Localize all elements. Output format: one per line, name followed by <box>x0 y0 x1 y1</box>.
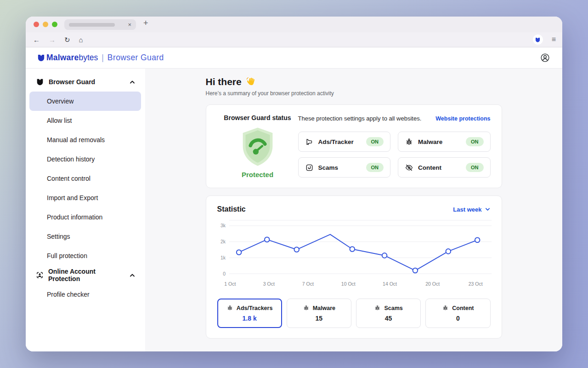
brand-name-regular: bytes <box>79 53 98 63</box>
logo-separator: | <box>102 53 104 63</box>
megaphone-icon <box>305 138 314 146</box>
bug-icon <box>303 305 310 311</box>
malwarebytes-m-icon <box>36 78 44 86</box>
chevron-up-icon <box>129 272 136 278</box>
chart-data-point <box>294 247 299 252</box>
tile-ads-tracker[interactable]: Ads/Tracker ON <box>298 132 391 152</box>
product-name: Browser Guard <box>107 53 164 63</box>
tile-label: Ads/Tracker <box>318 138 354 145</box>
sidebar-item-overview[interactable]: Overview <box>29 92 141 111</box>
home-icon[interactable]: ⌂ <box>79 36 83 43</box>
close-window-button[interactable] <box>34 22 39 27</box>
malwarebytes-m-icon <box>37 53 45 62</box>
browser-menu-icon[interactable]: ≡ <box>552 35 556 44</box>
chart-data-point <box>236 250 241 255</box>
sidebar-item-profile-checker[interactable]: Profile checker <box>29 285 141 304</box>
chart-data-point <box>382 253 387 258</box>
browser-toolbar: ← → ↻ ⌂ ≡ <box>26 32 562 47</box>
statbox-label: Malware <box>313 305 335 311</box>
sidebar-section-browser-guard[interactable]: Browser Guard <box>26 72 145 92</box>
traffic-lights <box>34 22 57 27</box>
new-tab-button[interactable]: + <box>143 18 148 28</box>
sidebar-item-allow-list[interactable]: Allow list <box>29 111 141 130</box>
chart-data-point <box>264 237 269 242</box>
on-badge: ON <box>366 163 384 172</box>
chart-data-point <box>413 268 418 273</box>
sidebar-item-content-control[interactable]: Content control <box>29 169 141 188</box>
website-protections-link[interactable]: Website protections <box>435 115 490 122</box>
chart-x-tick: 7 Oct <box>302 281 314 287</box>
forward-icon[interactable]: → <box>49 36 56 43</box>
tab-close-icon[interactable]: × <box>128 22 131 28</box>
tile-label: Malware <box>418 138 442 145</box>
chevron-up-icon <box>129 79 136 85</box>
detections-chart: 3k2k1k0 1 Oct3 Oct7 Oct10 Oct14 Oct20 Oc… <box>217 220 491 288</box>
chart-y-tick: 3k <box>220 223 226 228</box>
tab-strip: × + <box>26 17 562 32</box>
sidebar-item-detection-history[interactable]: Detection history <box>29 150 141 169</box>
statbox-value: 0 <box>428 315 488 322</box>
chart-line <box>239 235 477 270</box>
statbox-content[interactable]: Content 0 <box>425 299 490 328</box>
on-badge: ON <box>466 163 484 172</box>
bug-icon <box>442 305 449 311</box>
back-icon[interactable]: ← <box>33 36 40 43</box>
sidebar-section-label: Browser Guard <box>49 78 95 86</box>
sidebar-item-settings[interactable]: Settings <box>29 227 141 246</box>
chart-x-tick: 3 Oct <box>263 281 275 287</box>
malwarebytes-extension-icon[interactable] <box>533 34 543 45</box>
chart-x-tick: 10 Oct <box>341 281 356 287</box>
chart-x-tick: 14 Oct <box>383 281 397 287</box>
sidebar-item-import-and-export[interactable]: Import and Export <box>29 188 141 207</box>
statbox-value: 45 <box>358 315 418 322</box>
tile-label: Scams <box>318 164 339 171</box>
statbox-value: 1.8 k <box>220 315 280 322</box>
phishing-hook-icon <box>305 163 314 172</box>
malwarebytes-logo[interactable]: Malwarebytes | Browser Guard <box>37 53 164 63</box>
statbox-malware[interactable]: Malware 15 <box>287 299 351 328</box>
range-label: Last week <box>453 206 481 213</box>
bug-icon <box>226 305 233 311</box>
waving-hand-icon <box>246 76 257 87</box>
chevron-down-icon <box>485 207 491 212</box>
account-icon[interactable] <box>540 52 550 63</box>
range-dropdown[interactable]: Last week <box>453 206 490 213</box>
status-note: These protection settings apply to all w… <box>298 115 422 122</box>
statbox-scams[interactable]: Scams 45 <box>356 299 421 328</box>
tile-content[interactable]: Content ON <box>398 157 491 178</box>
statbox-ads-trackers[interactable]: Ads/Trackers 1.8 k <box>217 299 282 328</box>
chart-y-tick: 2k <box>220 239 226 244</box>
brand-name-bold: Malware <box>46 53 79 63</box>
maximize-window-button[interactable] <box>52 22 57 27</box>
statbox-label: Content <box>452 305 474 311</box>
browser-tab[interactable]: × <box>64 19 136 30</box>
chart-x-tick: 20 Oct <box>425 281 440 287</box>
status-card: Browser Guard status Protected These p <box>206 104 502 188</box>
bug-icon <box>405 138 413 146</box>
protected-shield-icon <box>239 126 276 167</box>
tile-malware[interactable]: Malware ON <box>398 132 491 152</box>
page-subtitle: Here’s a summary of your browser protect… <box>206 90 502 97</box>
sidebar-section-label: Online Account Protection <box>48 268 124 282</box>
statbox-value: 15 <box>289 315 349 322</box>
chart-data-point <box>446 249 451 254</box>
chart-y-tick: 1k <box>220 255 226 260</box>
tile-scams[interactable]: Scams ON <box>298 157 391 178</box>
bug-icon <box>374 305 381 311</box>
eye-off-icon <box>405 163 413 172</box>
chart-data-point <box>475 237 480 242</box>
sidebar-item-manual-ad-removals[interactable]: Manual ad removals <box>29 130 141 150</box>
app-header: Malwarebytes | Browser Guard <box>26 47 562 69</box>
account-protection-icon <box>36 271 44 279</box>
sidebar: Browser Guard Overview Allow list Manual… <box>26 69 145 351</box>
statbox-label: Scams <box>384 305 402 311</box>
statistic-title: Statistic <box>217 205 246 213</box>
chart-y-tick: 0 <box>223 271 226 276</box>
chart-x-tick: 1 Oct <box>224 281 236 287</box>
sidebar-section-online-account-protection[interactable]: Online Account Protection <box>26 265 145 285</box>
reload-icon[interactable]: ↻ <box>64 36 70 43</box>
chart-data-point <box>350 247 355 252</box>
sidebar-item-full-protection[interactable]: Full protection <box>29 246 141 265</box>
sidebar-item-product-information[interactable]: Product information <box>29 207 141 227</box>
minimize-window-button[interactable] <box>43 22 48 27</box>
